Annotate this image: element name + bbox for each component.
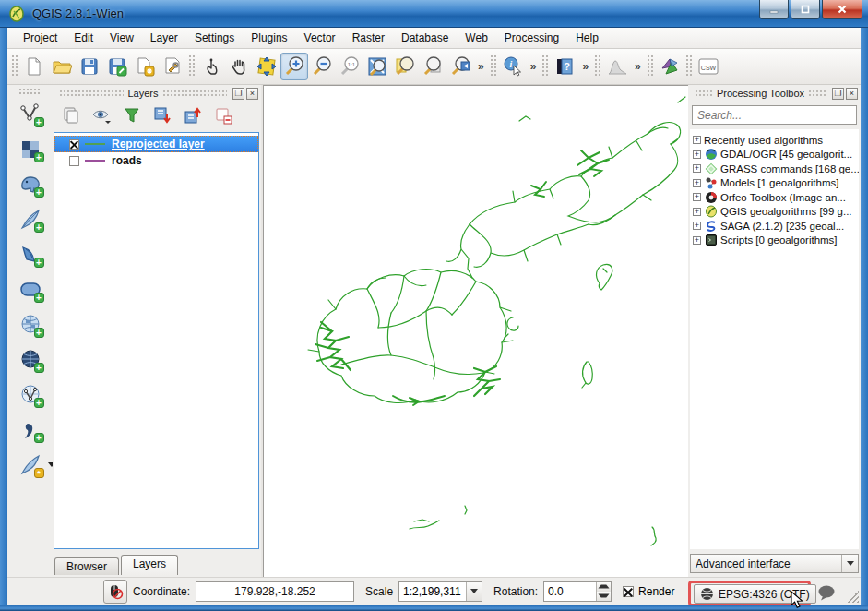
tree-item-qgis[interactable]: + QGIS geoalgorithms [99 g... — [690, 205, 859, 220]
manage-visibility-button[interactable] — [90, 104, 113, 126]
close-button[interactable] — [822, 0, 862, 19]
toolbar-overflow-icon[interactable]: » — [578, 60, 592, 73]
tree-item-grass[interactable]: + GRASS commands [168 ge... — [690, 162, 859, 176]
menu-processing[interactable]: Processing — [496, 29, 567, 47]
float-panel-button[interactable]: ❐ — [232, 88, 244, 100]
expander-icon[interactable]: + — [693, 193, 701, 201]
csw-metasearch-button[interactable]: CSW — [695, 53, 722, 80]
menu-settings[interactable]: Settings — [186, 29, 243, 47]
scale-input[interactable] — [399, 582, 466, 601]
processing-options-button[interactable] — [656, 53, 684, 80]
toolbar-handle[interactable] — [11, 54, 18, 78]
scale-combobox[interactable] — [398, 581, 482, 602]
toolbar-overflow-icon[interactable]: » — [474, 60, 488, 73]
composer-manager-button[interactable] — [159, 53, 186, 80]
expander-icon[interactable]: + — [693, 136, 701, 144]
zoom-native-button[interactable]: 1:1 — [336, 53, 363, 80]
pan-map-button[interactable] — [225, 53, 253, 80]
menu-web[interactable]: Web — [457, 29, 495, 47]
spin-arrows[interactable] — [596, 582, 611, 601]
add-wcs-layer-button[interactable]: + — [14, 344, 47, 375]
log-messages-icon[interactable] — [817, 585, 836, 601]
menu-layer[interactable]: Layer — [142, 29, 186, 47]
render-toggle[interactable]: Render — [623, 585, 674, 598]
add-spatialite-layer-button[interactable]: + — [14, 204, 47, 234]
close-panel-button[interactable]: × — [246, 88, 258, 100]
new-project-button[interactable] — [20, 53, 48, 80]
toolbar-handle[interactable] — [594, 54, 601, 78]
minimize-button[interactable] — [759, 0, 789, 19]
tab-layers[interactable]: Layers — [121, 555, 178, 575]
zoom-to-selection-button[interactable] — [391, 53, 419, 80]
menu-vector[interactable]: Vector — [296, 29, 344, 47]
chevron-down-icon[interactable] — [466, 582, 482, 601]
save-project-as-button[interactable] — [103, 53, 131, 80]
toolbar-handle[interactable] — [188, 54, 196, 78]
toolbar-handle[interactable] — [647, 54, 654, 78]
menu-database[interactable]: Database — [393, 29, 457, 47]
add-postgis-layer-button[interactable]: + — [14, 169, 47, 199]
expander-icon[interactable]: + — [693, 164, 701, 173]
tab-browser[interactable]: Browser — [54, 557, 119, 575]
coordinate-input[interactable] — [196, 581, 354, 602]
add-wms-layer-button[interactable]: + — [14, 309, 47, 340]
add-vector-layer-button[interactable]: + — [14, 99, 47, 129]
add-wfs-layer-button[interactable]: + — [14, 379, 47, 410]
help-contents-button[interactable]: ? — [551, 53, 578, 80]
maximize-button[interactable] — [791, 0, 820, 19]
add-oracle-layer-button[interactable]: + — [14, 274, 47, 305]
processing-panel-header[interactable]: Processing Toolbox ❐ × — [688, 85, 861, 102]
tree-item-scripts[interactable]: + Scripts [0 geoalgorithms] — [690, 234, 859, 248]
tree-item-orfeo[interactable]: + Orfeo Toolbox (Image an... — [690, 190, 859, 205]
collapse-all-button[interactable] — [182, 104, 204, 126]
toggle-mouse-tracking-button[interactable] — [103, 580, 127, 604]
toolbar-handle[interactable] — [541, 54, 549, 78]
layer-visibility-checkbox[interactable] — [69, 139, 79, 150]
rotation-input[interactable] — [544, 582, 596, 601]
menu-edit[interactable]: Edit — [65, 29, 101, 47]
save-project-button[interactable] — [76, 53, 103, 80]
tree-item-saga[interactable]: + SAGA (2.1.2) [235 geoal... — [690, 219, 859, 234]
pan-to-selection-button[interactable] — [253, 53, 280, 80]
toolbar-overflow-icon[interactable]: » — [527, 60, 541, 73]
zoom-to-layer-button[interactable] — [419, 53, 446, 80]
layer-visibility-checkbox[interactable] — [69, 156, 79, 166]
expander-icon[interactable]: + — [693, 208, 701, 216]
new-composer-button[interactable] — [131, 53, 159, 80]
menu-view[interactable]: View — [101, 29, 142, 47]
search-input[interactable] — [692, 105, 857, 125]
layer-row-reprojected[interactable]: Reprojected layer — [54, 136, 258, 152]
zoom-last-button[interactable] — [446, 53, 474, 80]
rotation-spinbox[interactable] — [543, 581, 612, 602]
add-group-button[interactable] — [60, 104, 82, 126]
zoom-full-button[interactable] — [363, 53, 391, 80]
close-panel-button[interactable]: × — [846, 88, 858, 100]
menu-help[interactable]: Help — [567, 29, 607, 47]
expander-icon[interactable]: + — [693, 236, 701, 245]
new-spatialite-layer-button[interactable]: * — [14, 449, 47, 480]
add-delimited-text-layer-button[interactable]: + — [14, 414, 47, 445]
tree-item-models[interactable]: + Models [1 geoalgorithms] — [690, 176, 859, 191]
tree-item-gdal[interactable]: + GDAL/OGR [45 geoalgorit... — [690, 148, 859, 162]
expander-icon[interactable]: + — [693, 222, 701, 230]
interface-mode-selector[interactable]: Advanced interface — [690, 554, 859, 573]
toolbar-overflow-icon[interactable]: » — [631, 60, 645, 73]
menu-project[interactable]: Project — [15, 29, 65, 47]
title-bar[interactable]: QGIS 2.8.1-Wien — [0, 0, 868, 28]
layers-panel-header[interactable]: Layers ❐ × — [53, 85, 261, 102]
zoom-in-button[interactable] — [280, 53, 308, 80]
add-raster-layer-button[interactable]: + — [14, 134, 47, 164]
map-canvas[interactable] — [263, 85, 688, 577]
menu-raster[interactable]: Raster — [344, 29, 393, 47]
toolbar-handle[interactable] — [685, 54, 693, 78]
float-panel-button[interactable]: ❐ — [832, 88, 844, 100]
zoom-out-button[interactable] — [308, 53, 336, 80]
open-project-button[interactable] — [48, 53, 76, 80]
chevron-down-icon[interactable] — [841, 555, 858, 572]
menu-plugins[interactable]: Plugins — [243, 29, 295, 47]
add-mssql-layer-button[interactable]: + — [14, 239, 47, 270]
filter-legend-button[interactable] — [121, 104, 143, 126]
toolbar-handle[interactable] — [490, 54, 497, 78]
toolbar-handle[interactable] — [18, 88, 42, 95]
remove-layer-button[interactable] — [212, 104, 234, 126]
